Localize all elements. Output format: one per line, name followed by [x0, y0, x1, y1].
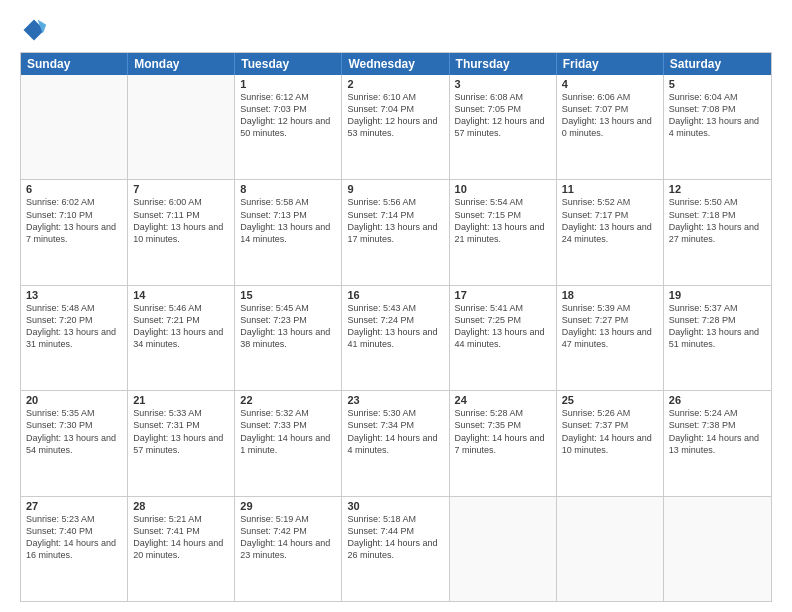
calendar-cell: 13Sunrise: 5:48 AM Sunset: 7:20 PM Dayli…	[21, 286, 128, 390]
calendar-cell: 17Sunrise: 5:41 AM Sunset: 7:25 PM Dayli…	[450, 286, 557, 390]
calendar-cell: 18Sunrise: 5:39 AM Sunset: 7:27 PM Dayli…	[557, 286, 664, 390]
day-number: 10	[455, 183, 551, 195]
day-number: 3	[455, 78, 551, 90]
calendar-cell: 2Sunrise: 6:10 AM Sunset: 7:04 PM Daylig…	[342, 75, 449, 179]
day-number: 20	[26, 394, 122, 406]
day-info: Sunrise: 5:35 AM Sunset: 7:30 PM Dayligh…	[26, 407, 122, 456]
day-info: Sunrise: 5:18 AM Sunset: 7:44 PM Dayligh…	[347, 513, 443, 562]
day-number: 28	[133, 500, 229, 512]
day-info: Sunrise: 6:04 AM Sunset: 7:08 PM Dayligh…	[669, 91, 766, 140]
day-info: Sunrise: 5:39 AM Sunset: 7:27 PM Dayligh…	[562, 302, 658, 351]
day-info: Sunrise: 5:32 AM Sunset: 7:33 PM Dayligh…	[240, 407, 336, 456]
calendar-cell: 19Sunrise: 5:37 AM Sunset: 7:28 PM Dayli…	[664, 286, 771, 390]
logo	[20, 16, 52, 44]
calendar-cell: 9Sunrise: 5:56 AM Sunset: 7:14 PM Daylig…	[342, 180, 449, 284]
calendar: SundayMondayTuesdayWednesdayThursdayFrid…	[20, 52, 772, 602]
day-info: Sunrise: 5:48 AM Sunset: 7:20 PM Dayligh…	[26, 302, 122, 351]
day-number: 4	[562, 78, 658, 90]
weekday-header: Tuesday	[235, 53, 342, 75]
day-number: 2	[347, 78, 443, 90]
weekday-header: Saturday	[664, 53, 771, 75]
calendar-cell: 29Sunrise: 5:19 AM Sunset: 7:42 PM Dayli…	[235, 497, 342, 601]
day-info: Sunrise: 6:00 AM Sunset: 7:11 PM Dayligh…	[133, 196, 229, 245]
day-number: 6	[26, 183, 122, 195]
day-info: Sunrise: 5:19 AM Sunset: 7:42 PM Dayligh…	[240, 513, 336, 562]
day-info: Sunrise: 5:58 AM Sunset: 7:13 PM Dayligh…	[240, 196, 336, 245]
weekday-header: Friday	[557, 53, 664, 75]
calendar-cell: 22Sunrise: 5:32 AM Sunset: 7:33 PM Dayli…	[235, 391, 342, 495]
day-info: Sunrise: 5:24 AM Sunset: 7:38 PM Dayligh…	[669, 407, 766, 456]
day-info: Sunrise: 5:26 AM Sunset: 7:37 PM Dayligh…	[562, 407, 658, 456]
day-number: 17	[455, 289, 551, 301]
day-number: 27	[26, 500, 122, 512]
calendar-cell: 12Sunrise: 5:50 AM Sunset: 7:18 PM Dayli…	[664, 180, 771, 284]
weekday-header: Wednesday	[342, 53, 449, 75]
day-number: 29	[240, 500, 336, 512]
day-info: Sunrise: 5:28 AM Sunset: 7:35 PM Dayligh…	[455, 407, 551, 456]
weekday-header: Sunday	[21, 53, 128, 75]
day-number: 18	[562, 289, 658, 301]
day-info: Sunrise: 5:21 AM Sunset: 7:41 PM Dayligh…	[133, 513, 229, 562]
weekday-header: Monday	[128, 53, 235, 75]
page: SundayMondayTuesdayWednesdayThursdayFrid…	[0, 0, 792, 612]
day-info: Sunrise: 5:41 AM Sunset: 7:25 PM Dayligh…	[455, 302, 551, 351]
calendar-cell: 26Sunrise: 5:24 AM Sunset: 7:38 PM Dayli…	[664, 391, 771, 495]
calendar-row: 6Sunrise: 6:02 AM Sunset: 7:10 PM Daylig…	[21, 179, 771, 284]
calendar-cell	[450, 497, 557, 601]
calendar-cell: 10Sunrise: 5:54 AM Sunset: 7:15 PM Dayli…	[450, 180, 557, 284]
calendar-cell: 21Sunrise: 5:33 AM Sunset: 7:31 PM Dayli…	[128, 391, 235, 495]
day-number: 5	[669, 78, 766, 90]
day-info: Sunrise: 5:30 AM Sunset: 7:34 PM Dayligh…	[347, 407, 443, 456]
day-number: 7	[133, 183, 229, 195]
calendar-cell: 14Sunrise: 5:46 AM Sunset: 7:21 PM Dayli…	[128, 286, 235, 390]
calendar-cell	[21, 75, 128, 179]
calendar-cell: 5Sunrise: 6:04 AM Sunset: 7:08 PM Daylig…	[664, 75, 771, 179]
day-info: Sunrise: 5:37 AM Sunset: 7:28 PM Dayligh…	[669, 302, 766, 351]
day-info: Sunrise: 5:52 AM Sunset: 7:17 PM Dayligh…	[562, 196, 658, 245]
calendar-cell: 11Sunrise: 5:52 AM Sunset: 7:17 PM Dayli…	[557, 180, 664, 284]
calendar-cell: 20Sunrise: 5:35 AM Sunset: 7:30 PM Dayli…	[21, 391, 128, 495]
day-info: Sunrise: 6:08 AM Sunset: 7:05 PM Dayligh…	[455, 91, 551, 140]
day-number: 9	[347, 183, 443, 195]
calendar-cell: 6Sunrise: 6:02 AM Sunset: 7:10 PM Daylig…	[21, 180, 128, 284]
calendar-cell: 23Sunrise: 5:30 AM Sunset: 7:34 PM Dayli…	[342, 391, 449, 495]
day-number: 15	[240, 289, 336, 301]
day-info: Sunrise: 5:56 AM Sunset: 7:14 PM Dayligh…	[347, 196, 443, 245]
calendar-cell: 16Sunrise: 5:43 AM Sunset: 7:24 PM Dayli…	[342, 286, 449, 390]
day-number: 14	[133, 289, 229, 301]
calendar-body: 1Sunrise: 6:12 AM Sunset: 7:03 PM Daylig…	[21, 75, 771, 601]
day-number: 12	[669, 183, 766, 195]
day-info: Sunrise: 5:45 AM Sunset: 7:23 PM Dayligh…	[240, 302, 336, 351]
day-info: Sunrise: 5:46 AM Sunset: 7:21 PM Dayligh…	[133, 302, 229, 351]
day-number: 11	[562, 183, 658, 195]
calendar-cell	[557, 497, 664, 601]
day-info: Sunrise: 6:12 AM Sunset: 7:03 PM Dayligh…	[240, 91, 336, 140]
calendar-row: 20Sunrise: 5:35 AM Sunset: 7:30 PM Dayli…	[21, 390, 771, 495]
day-number: 19	[669, 289, 766, 301]
calendar-cell: 27Sunrise: 5:23 AM Sunset: 7:40 PM Dayli…	[21, 497, 128, 601]
calendar-cell: 24Sunrise: 5:28 AM Sunset: 7:35 PM Dayli…	[450, 391, 557, 495]
calendar-row: 13Sunrise: 5:48 AM Sunset: 7:20 PM Dayli…	[21, 285, 771, 390]
day-number: 26	[669, 394, 766, 406]
day-number: 16	[347, 289, 443, 301]
calendar-cell: 1Sunrise: 6:12 AM Sunset: 7:03 PM Daylig…	[235, 75, 342, 179]
header	[20, 16, 772, 44]
day-number: 25	[562, 394, 658, 406]
day-info: Sunrise: 6:06 AM Sunset: 7:07 PM Dayligh…	[562, 91, 658, 140]
day-info: Sunrise: 5:50 AM Sunset: 7:18 PM Dayligh…	[669, 196, 766, 245]
calendar-row: 27Sunrise: 5:23 AM Sunset: 7:40 PM Dayli…	[21, 496, 771, 601]
day-info: Sunrise: 5:54 AM Sunset: 7:15 PM Dayligh…	[455, 196, 551, 245]
calendar-header: SundayMondayTuesdayWednesdayThursdayFrid…	[21, 53, 771, 75]
day-number: 21	[133, 394, 229, 406]
calendar-cell: 28Sunrise: 5:21 AM Sunset: 7:41 PM Dayli…	[128, 497, 235, 601]
day-number: 22	[240, 394, 336, 406]
calendar-cell: 8Sunrise: 5:58 AM Sunset: 7:13 PM Daylig…	[235, 180, 342, 284]
day-info: Sunrise: 5:23 AM Sunset: 7:40 PM Dayligh…	[26, 513, 122, 562]
calendar-cell: 30Sunrise: 5:18 AM Sunset: 7:44 PM Dayli…	[342, 497, 449, 601]
day-number: 13	[26, 289, 122, 301]
logo-icon	[20, 16, 48, 44]
day-info: Sunrise: 5:33 AM Sunset: 7:31 PM Dayligh…	[133, 407, 229, 456]
calendar-cell: 3Sunrise: 6:08 AM Sunset: 7:05 PM Daylig…	[450, 75, 557, 179]
weekday-header: Thursday	[450, 53, 557, 75]
day-number: 23	[347, 394, 443, 406]
